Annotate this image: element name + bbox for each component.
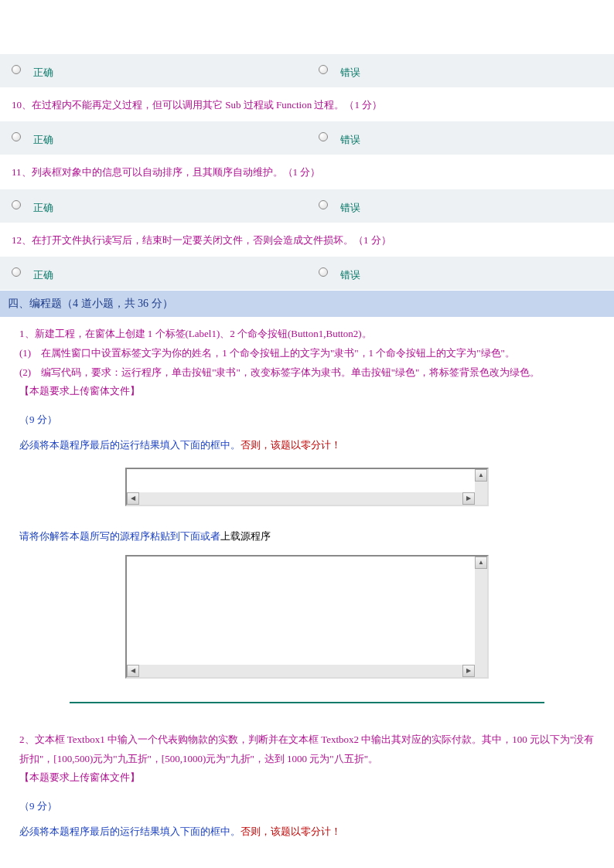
prog-q2-instruction: 必须将本题程序最后的运行结果填入下面的框中。否则，该题以零分计！ [0, 821, 614, 850]
horizontal-scrollbar[interactable]: ◀ ▶ [127, 492, 487, 505]
section-4-header: 四、编程题（4 道小题，共 36 分） [0, 291, 614, 317]
tf-row-11: 正确 错误 [0, 189, 614, 223]
prog-q2-line2: 【本题要求上传窗体文件】 [19, 768, 595, 788]
question-12-prompt: 12、在打开文件执行读写后，结束时一定要关闭文件，否则会造成文件损坏。（1 分） [0, 223, 614, 257]
instruction-warning: 否则，该题以零分计！ [240, 439, 341, 451]
source-textarea-wrap: ▲ ◀ ▶ [0, 551, 614, 694]
instruction-prefix: 必须将本题程序最后的运行结果填入下面的框中。 [19, 439, 240, 451]
true-label: 正确 [33, 201, 53, 215]
prog-q1-line4: 【本题要求上传窗体文件】 [19, 382, 595, 401]
upload-link[interactable]: 上载源程序 [220, 530, 271, 542]
divider [70, 702, 544, 703]
scroll-left-icon[interactable]: ◀ [127, 665, 139, 677]
tf-true-cell: 正确 [0, 189, 307, 223]
source-textarea[interactable]: ▲ ◀ ▶ [125, 555, 489, 679]
tf-false-cell: 错误 [307, 257, 614, 290]
question-11-prompt: 11、列表框对象中的信息可以自动排序，且其顺序自动维护。（1 分） [0, 155, 614, 189]
scroll-up-icon[interactable]: ▲ [475, 469, 487, 482]
scroll-right-icon[interactable]: ▶ [462, 665, 475, 677]
prog-q1-line1: 1、新建工程，在窗体上创建 1 个标签(Label1)、2 个命令按钮(Butt… [19, 325, 595, 344]
question-10-prompt: 10、在过程内不能再定义过程，但可以调用其它 Sub 过程或 Function … [0, 88, 614, 121]
prog-q2-line1: 2、文本框 Textbox1 中输入一个代表购物款的实数，判断并在文本框 Tex… [19, 730, 595, 768]
vertical-scrollbar[interactable]: ▲ [475, 557, 487, 665]
tf-false-cell: 错误 [307, 121, 614, 155]
true-label: 正确 [33, 66, 53, 80]
radio-icon[interactable] [12, 65, 21, 74]
false-label: 错误 [340, 66, 360, 80]
radio-icon[interactable] [319, 65, 328, 74]
true-label: 正确 [33, 133, 53, 147]
instruction-warning: 否则，该题以零分计！ [240, 825, 341, 837]
false-label: 错误 [340, 268, 360, 282]
tf-row-12: 正确 错误 [0, 257, 614, 291]
prog-q1-instruction: 必须将本题程序最后的运行结果填入下面的框中。否则，该题以零分计！ [0, 434, 614, 464]
scroll-left-icon[interactable]: ◀ [127, 492, 139, 505]
tf-true-cell: 正确 [0, 121, 307, 155]
result-textarea[interactable]: ▲ ◀ ▶ [125, 468, 489, 506]
prog-q1-line2: (1) 在属性窗口中设置标签文字为你的姓名，1 个命令按钮上的文字为"隶书"，1… [19, 344, 595, 363]
radio-icon[interactable] [319, 267, 328, 277]
radio-icon[interactable] [12, 132, 21, 141]
tf-false-cell: 错误 [307, 54, 614, 87]
radio-icon[interactable] [12, 200, 21, 209]
radio-icon[interactable] [319, 200, 328, 209]
tf-row-9: 正确 错误 [0, 54, 614, 88]
false-label: 错误 [340, 133, 360, 147]
prog-q1-score: （9 分） [0, 409, 614, 434]
tf-true-cell: 正确 [0, 257, 307, 290]
tf-true-cell: 正确 [0, 54, 307, 87]
prog-q1: 1、新建工程，在窗体上创建 1 个标签(Label1)、2 个命令按钮(Butt… [0, 317, 614, 409]
vertical-scrollbar[interactable]: ▲ [475, 469, 487, 492]
radio-icon[interactable] [12, 267, 21, 277]
scroll-up-icon[interactable]: ▲ [475, 557, 487, 569]
true-label: 正确 [33, 268, 53, 282]
prog-q2: 2、文本框 Textbox1 中输入一个代表购物款的实数，判断并在文本框 Tex… [0, 723, 614, 795]
paste-prefix: 请将你解答本题所写的源程序粘贴到下面或者 [19, 530, 220, 542]
instruction-prefix: 必须将本题程序最后的运行结果填入下面的框中。 [19, 825, 240, 837]
tf-row-10: 正确 错误 [0, 121, 614, 155]
horizontal-scrollbar[interactable]: ◀ ▶ [127, 665, 487, 677]
scroll-right-icon[interactable]: ▶ [462, 492, 475, 505]
prog-q2-score: （9 分） [0, 795, 614, 821]
prog-q1-line3: (2) 编写代码，要求：运行程序，单击按钮"隶书"，改变标签字体为隶书。单击按钮… [19, 363, 595, 383]
paste-instruction: 请将你解答本题所写的源程序粘贴到下面或者上载源程序 [0, 522, 614, 551]
result-textarea-wrap: ▲ ◀ ▶ [0, 464, 614, 522]
radio-icon[interactable] [319, 132, 328, 141]
tf-false-cell: 错误 [307, 189, 614, 223]
false-label: 错误 [340, 201, 360, 215]
